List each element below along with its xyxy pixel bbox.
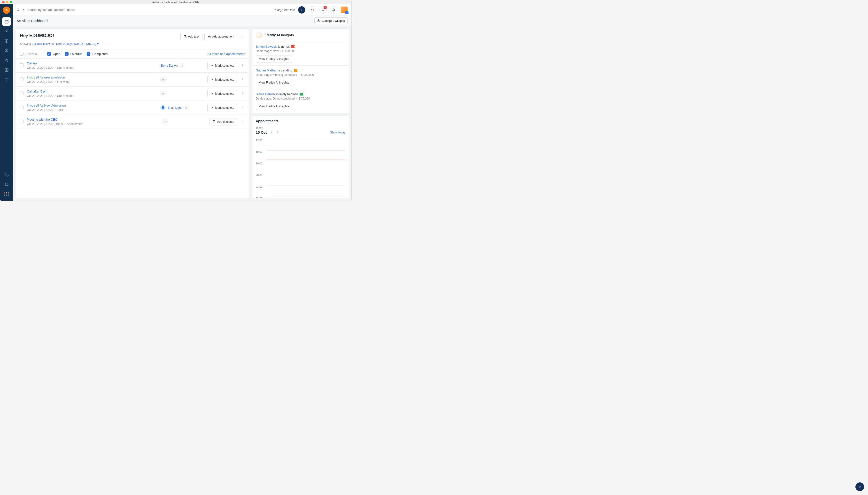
activity-title[interactable]: Intro call for New Admission <box>27 104 157 107</box>
time-row: 21:00 <box>256 185 345 197</box>
filter-completed-checkbox[interactable]: ✓ <box>87 52 90 56</box>
activity-checkbox[interactable] <box>20 91 23 95</box>
alerts-button[interactable] <box>330 6 337 14</box>
show-today-link[interactable]: Show today <box>330 131 345 134</box>
svg-point-29 <box>186 107 187 108</box>
activity-time: Oct 29, 2020 | 13:00 <box>27 108 53 112</box>
insight-person-link[interactable]: Simon Bowack <box>256 45 276 48</box>
maximize-window[interactable] <box>10 1 12 3</box>
sidebar-item-reports[interactable]: ⋮ <box>2 66 11 74</box>
freddy-avatar-icon <box>256 32 262 38</box>
configure-widgets-button[interactable]: Configure widgets <box>314 17 347 24</box>
view-insights-button[interactable]: View Freddy AI insights <box>256 79 292 86</box>
activity-title[interactable]: Call up <box>27 62 157 65</box>
greeting: Hey EDUMOJO! <box>20 33 54 38</box>
activity-menu-button[interactable]: ⋮ <box>239 118 245 125</box>
activity-checkbox[interactable] <box>20 78 23 81</box>
user-avatar[interactable] <box>341 6 347 13</box>
calendar-icon <box>207 35 211 38</box>
insight-person-link[interactable]: Sierra Darwin <box>256 92 275 96</box>
mark-complete-button[interactable]: Mark complete <box>207 90 237 97</box>
sidebar-item-settings[interactable] <box>2 75 11 84</box>
activity-row: Meeting with the CEO Oct 29, 2020 | 19:0… <box>16 115 250 129</box>
date-range-dropdown[interactable]: Next 30 days (Oct 15 - Nov 13) ▾ <box>56 42 99 46</box>
filter-open-checkbox[interactable]: ✓ <box>47 52 51 56</box>
svg-point-27 <box>163 93 164 94</box>
mark-complete-button[interactable]: Mark complete <box>207 76 237 83</box>
sidebar-item-contacts[interactable]: ⋮ <box>2 27 11 36</box>
sidebar-item-apps[interactable] <box>2 190 11 198</box>
now-indicator <box>267 159 345 160</box>
add-outcome-button[interactable]: Add outcome <box>209 118 237 125</box>
activities-panel: Hey EDUMOJO! Add task Add appointment <box>15 28 250 198</box>
insight-amount: $ 75,000 <box>299 97 310 100</box>
add-task-label: Add task <box>188 35 200 38</box>
insight-item: Sierra Darwin is likely to close Deals s… <box>252 89 349 113</box>
sidebar-item-activities[interactable] <box>2 17 11 26</box>
view-insights-button[interactable]: View Freddy AI insights <box>256 103 292 110</box>
mail-button[interactable] <box>309 6 316 14</box>
filter-overdue-checkbox[interactable]: ✓ <box>65 52 69 56</box>
app-logo[interactable] <box>3 6 10 14</box>
people-icon <box>160 77 166 82</box>
svg-point-4 <box>6 30 7 31</box>
activity-tag: Follow up <box>57 80 69 84</box>
minimize-window[interactable] <box>6 1 8 3</box>
sidebar-item-chat[interactable] <box>2 180 11 189</box>
close-window[interactable] <box>2 1 5 3</box>
add-button[interactable] <box>298 6 305 14</box>
person-link[interactable]: Sierra Darwin <box>160 64 178 67</box>
freddy-insights-card: Freddy AI insights Simon Bowack is at ri… <box>252 28 349 113</box>
activity-tag: Task <box>57 108 63 112</box>
search-icon[interactable] <box>17 8 20 12</box>
insight-amount: $ 150,000 <box>283 49 295 53</box>
insight-person-link[interactable]: Nathan Mathai <box>256 69 276 72</box>
prev-day-button[interactable] <box>270 131 273 134</box>
svg-point-24 <box>162 79 163 80</box>
insight-item: Simon Bowack is at risk Deals stage: New… <box>252 42 349 66</box>
timeline[interactable]: 17:0018:0019:0020:0021:0022:00 <box>252 137 349 198</box>
sidebar-item-campaigns[interactable]: ⋮ <box>2 56 11 65</box>
filter-open-label: Open <box>53 52 61 56</box>
activity-time: Oct 21, 2020 | 11:00 <box>27 66 53 69</box>
appointments-today-label: Today <box>252 126 349 129</box>
activity-checkbox[interactable] <box>20 64 23 67</box>
activity-checkbox[interactable] <box>20 120 23 123</box>
person-avatar: 👤 <box>160 105 166 110</box>
activity-title[interactable]: Call after 5 pm <box>27 90 157 93</box>
add-appointment-button[interactable]: Add appointment <box>204 33 237 40</box>
insight-stage: Deals stage: New <box>256 49 278 53</box>
select-all-label: Select all <box>25 52 38 56</box>
add-task-button[interactable]: Add task <box>181 33 203 40</box>
activity-menu-button[interactable]: ⋮ <box>239 76 245 83</box>
sidebar-item-deals[interactable]: ⋮ <box>2 37 11 45</box>
sidebar-item-phone[interactable] <box>2 170 11 179</box>
activity-menu-button[interactable]: ⋮ <box>239 104 245 112</box>
select-all-checkbox[interactable] <box>20 52 23 56</box>
sidebar-expand-icon: ⋮ <box>8 59 11 62</box>
activity-checkbox[interactable] <box>20 106 23 109</box>
trial-text: 15 days free trial <box>273 8 295 12</box>
activities-filter-dropdown[interactable]: All activities ▾ <box>32 42 50 46</box>
activity-title[interactable]: Intro call for new admission <box>27 75 157 79</box>
sidebar-item-conversations[interactable]: ⋮ <box>2 46 11 55</box>
mark-complete-button[interactable]: Mark complete <box>207 104 237 112</box>
greeting-name: EDUMOJO! <box>29 33 54 38</box>
insight-status: is at risk <box>278 45 290 48</box>
activity-menu-button[interactable]: ⋮ <box>239 62 245 69</box>
insight-status: is likely to close <box>276 92 298 96</box>
person-link[interactable]: Brian Light <box>168 106 182 109</box>
activity-menu-button[interactable]: ⋮ <box>239 90 245 97</box>
search-dropdown-icon[interactable]: ▼ <box>22 8 25 11</box>
search-input[interactable] <box>27 8 100 12</box>
next-day-button[interactable] <box>276 131 279 134</box>
svg-point-18 <box>318 20 319 21</box>
activity-title[interactable]: Meeting with the CEO <box>27 118 159 121</box>
all-tasks-link[interactable]: All tasks and appointments <box>207 52 245 56</box>
view-insights-button[interactable]: View Freddy AI insights <box>256 55 292 63</box>
mark-complete-button[interactable]: Mark complete <box>207 62 237 69</box>
panel-menu-button[interactable]: ⋮ <box>239 33 245 40</box>
topbar: ▼ 15 days free trial 2 <box>13 4 352 16</box>
notifications-button[interactable]: 2 <box>320 6 327 14</box>
people-icon <box>162 119 168 124</box>
